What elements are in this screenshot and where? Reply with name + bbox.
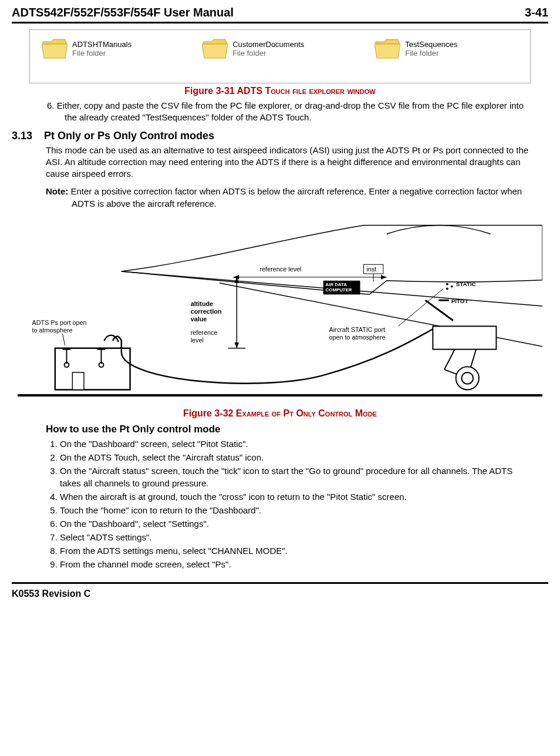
note-text: Enter a positive correction factor when … [68, 186, 522, 208]
section-intro-paragraph: This mode can be used as an alternative … [46, 145, 531, 180]
static-label: STATIC [456, 280, 476, 287]
how-to-step: From the ADTS settings menu, select "CHA… [60, 545, 531, 557]
reference-level-lower-l2: level [191, 337, 204, 344]
folder-item-customerdocuments[interactable]: CustomerDocuments File folder [202, 38, 304, 59]
page-number: 3-41 [525, 6, 548, 19]
svg-point-5 [461, 372, 473, 384]
adts-label-l2: to atmosphere [32, 327, 73, 334]
note-paragraph: Note: Enter a positive correction factor… [46, 186, 531, 210]
figure-3-32-caption: Figure 3-32 Example of Pt Only Control M… [12, 408, 548, 419]
how-to-step: On the "Dashboard", select "Settings". [60, 518, 531, 530]
section-title: Pt Only or Ps Only Control modes [44, 130, 214, 142]
folder-type: File folder [405, 49, 457, 58]
svg-line-10 [426, 300, 453, 320]
how-to-step: When the aircraft is at ground, touch th… [60, 490, 531, 503]
figure-3-31-caption: Figure 3-31 ADTS Touch file explorer win… [12, 86, 548, 96]
alt-corr-l3: value [191, 315, 207, 322]
alt-corr-l2: correction [191, 308, 222, 315]
air-data-line1: AIR DATA [326, 281, 348, 287]
page-footer: K0553 Revision C [12, 582, 548, 599]
how-to-step: On the "Dashboard" screen, select "Pitot… [60, 438, 531, 450]
folder-name: CustomerDocuments [232, 40, 304, 49]
inst-box-label: inst [366, 266, 376, 273]
reference-level-upper-label: reference level [260, 266, 302, 273]
step-6-text: 6. Either, copy and paste the CSV file f… [47, 100, 531, 124]
section-number: 3.13 [12, 130, 38, 142]
folder-icon [42, 38, 68, 59]
figure-3-32-diagram: STATIC PITOT reference level inst AIR DA… [18, 218, 542, 397]
svg-point-6 [446, 283, 448, 285]
static-port-l2: open to atmosphere [329, 334, 386, 341]
svg-point-7 [446, 287, 448, 290]
how-to-use-subheading: How to use the Pt Only control mode [46, 424, 548, 435]
pitot-label: PITOT [451, 298, 468, 304]
svg-marker-15 [381, 275, 387, 280]
folder-icon [202, 38, 228, 59]
folder-item-testsequences[interactable]: TestSequences File folder [375, 38, 457, 59]
svg-line-29 [63, 334, 65, 345]
folder-name: ADTSHTManuals [72, 40, 131, 49]
svg-rect-28 [72, 372, 84, 389]
folder-type: File folder [232, 49, 304, 58]
air-data-line2: COMPUTER [326, 287, 352, 293]
manual-title: ADTS542F/552F/553F/554F User Manual [12, 6, 234, 19]
folder-icon [375, 38, 400, 59]
alt-corr-l1: altitude [191, 300, 213, 307]
how-to-step: From the channel mode screen, select "Ps… [60, 558, 531, 570]
how-to-steps-list: On the "Dashboard" screen, select "Pitot… [46, 438, 531, 570]
folder-name: TestSequences [405, 40, 457, 49]
static-port-l1: Aircraft STATIC port [329, 326, 386, 333]
aircraft-diagram-svg: STATIC PITOT reference level inst AIR DA… [18, 218, 542, 394]
note-label: Note: [46, 186, 68, 196]
svg-point-8 [451, 285, 453, 287]
how-to-step: On the "Aircraft status" screen, touch t… [60, 465, 531, 489]
how-to-step: Select "ADTS settings". [60, 531, 531, 543]
adts-label-l1: ADTS Ps port open [32, 319, 87, 326]
how-to-step: On the ADTS Touch, select the "Aircraft … [60, 451, 531, 463]
file-explorer-window: ADTSHTManuals File folder CustomerDocume… [29, 29, 531, 83]
svg-line-1 [444, 349, 455, 369]
folder-item-adtshtmanuals[interactable]: ADTSHTManuals File folder [42, 38, 131, 59]
page-header: ADTS542F/552F/553F/554F User Manual 3-41 [12, 6, 548, 23]
svg-rect-0 [433, 326, 496, 349]
how-to-step: Touch the "home" icon to return to the "… [60, 504, 531, 516]
folder-type: File folder [72, 49, 131, 58]
reference-level-lower-l1: reference [191, 329, 218, 336]
section-3-13-heading: 3.13 Pt Only or Ps Only Control modes [12, 130, 548, 142]
svg-marker-19 [234, 342, 239, 348]
